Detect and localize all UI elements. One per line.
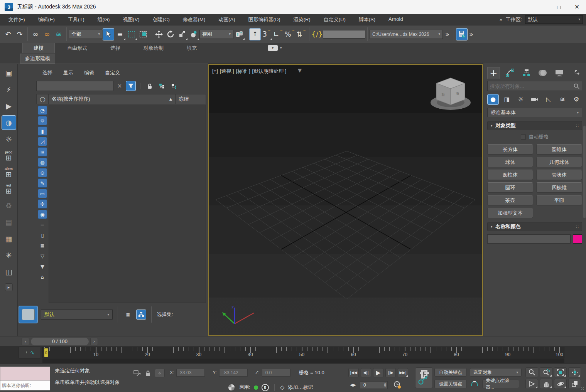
ribbon-tab[interactable]: 填充: [176, 43, 208, 53]
frozen-column-header[interactable]: 冻结: [176, 96, 206, 103]
name-color-rollout-header[interactable]: ▾ 名称和颜色 ∷: [487, 222, 582, 231]
view-cube[interactable]: 前 右: [427, 72, 474, 113]
rectangular-selection-region-button[interactable]: [126, 28, 137, 40]
selection-filter-dropdown[interactable]: 全部 ▾: [69, 30, 103, 39]
x-coordinate-field[interactable]: 33.03: [176, 369, 205, 377]
select-by-name-button[interactable]: ≡: [114, 28, 126, 40]
playback-window-tool[interactable]: ▶: [2, 99, 16, 113]
menu-item[interactable]: 组(G): [98, 16, 110, 23]
category-cameras-button[interactable]: [529, 94, 540, 105]
close-button[interactable]: ✕: [568, 0, 586, 14]
category-geometry-button[interactable]: ●: [487, 94, 499, 105]
light-lister-tool[interactable]: ☼: [2, 132, 16, 146]
tab-utilities[interactable]: [569, 67, 582, 79]
viewport-label-segment[interactable]: [+]: [212, 68, 218, 75]
disabled-tool-1[interactable]: ♻: [2, 198, 16, 213]
time-configuration-button[interactable]: [393, 381, 402, 389]
next-frame-button[interactable]: ›: [90, 338, 98, 345]
timeline-ruler[interactable]: 102030405060708090100 0: [42, 347, 564, 358]
tab-display[interactable]: [553, 67, 566, 79]
explorer-menu-item[interactable]: 选择: [42, 69, 52, 76]
time-slider[interactable]: 0: [44, 348, 48, 357]
explorer-preset-dropdown[interactable]: 默认 ▾: [41, 310, 113, 320]
view-list-button[interactable]: ≡: [38, 220, 47, 229]
disabled-tool-2[interactable]: ▤: [2, 215, 16, 229]
maxscript-mini-listener[interactable]: 脚本迷你侦听:: [0, 367, 50, 390]
listener-macro-pane[interactable]: [0, 367, 50, 381]
key-scope-dropdown[interactable]: 选定对象 ▾: [470, 368, 522, 377]
layer-explorer-tool[interactable]: ▦: [2, 231, 16, 246]
primitive-button[interactable]: 长方体: [487, 144, 533, 155]
workspace-dropdown[interactable]: 默认 ▾: [525, 15, 583, 24]
set-keys-icon[interactable]: [470, 380, 479, 388]
panel-scrollbar[interactable]: [583, 126, 586, 218]
select-link-button[interactable]: ∞: [30, 28, 41, 40]
orbit-button[interactable]: [554, 379, 567, 389]
y-coordinate-field[interactable]: -83.142: [219, 369, 248, 377]
isolate-selection-icon[interactable]: [133, 370, 141, 377]
ribbon-collapse-button[interactable]: ▾ ▾: [268, 45, 282, 51]
layer-explorer-mode-button[interactable]: ≣: [123, 310, 133, 320]
play-button[interactable]: ▶: [373, 368, 383, 377]
category-systems-button[interactable]: ⚙: [571, 94, 582, 105]
window-arrange-tool[interactable]: ◫: [2, 264, 16, 279]
current-frame-field[interactable]: 0 ▲▼: [360, 381, 388, 389]
tab-create[interactable]: +: [487, 67, 500, 79]
expand-hierarchy-button[interactable]: [157, 81, 167, 91]
key-filters-button[interactable]: 关键点过滤器...: [482, 380, 519, 388]
zoom-all-button[interactable]: [540, 367, 552, 377]
explorer-mode-thumbnail[interactable]: [19, 306, 38, 323]
menu-item[interactable]: 文件(F): [8, 16, 25, 23]
previous-frame-button[interactable]: ‹: [22, 338, 29, 345]
maximize-viewport-toggle[interactable]: [568, 379, 581, 389]
tab-hierarchy[interactable]: [520, 67, 533, 79]
primitive-button[interactable]: 管状体: [536, 170, 582, 180]
project-folder-dropdown[interactable]: C:\Users\me…ds Max 2026 ▾: [370, 30, 443, 39]
percent-snap-toggle-button[interactable]: %⌒: [284, 28, 296, 40]
viewport-label-segment[interactable]: [默认明暗处理 ]: [252, 68, 287, 75]
menu-item[interactable]: 图形编辑器(D): [248, 16, 280, 23]
selection-lock-icon[interactable]: [145, 370, 151, 377]
view-blank-button[interactable]: ▯: [38, 230, 47, 240]
display-materials-toggle[interactable]: ✣: [38, 199, 47, 209]
explorer-filter-button[interactable]: [126, 81, 136, 91]
viewport-label-segment[interactable]: [标准 ]: [236, 68, 250, 75]
panel-search-input[interactable]: [490, 83, 574, 89]
add-marker-text[interactable]: 添加…标记: [288, 384, 313, 391]
primitive-category-dropdown[interactable]: 标准基本体 ▾: [487, 108, 582, 117]
primitive-button[interactable]: 几何球体: [536, 157, 582, 167]
create-alem-tool[interactable]: alem ⊞: [2, 165, 16, 180]
explorer-object-list[interactable]: [49, 105, 206, 303]
current-frame-display[interactable]: 0 / 100: [31, 338, 89, 345]
viewport-layout-icon[interactable]: [228, 384, 235, 391]
pan-view-button[interactable]: [540, 379, 552, 389]
snaps-toggle-button[interactable]: 3⌒: [261, 28, 272, 40]
type-column-header[interactable]: ◯: [37, 97, 48, 102]
toolbar-overflow-chevrons[interactable]: »: [445, 31, 449, 38]
select-and-rotate-button[interactable]: [165, 28, 176, 40]
primitive-button[interactable]: 平面: [536, 195, 582, 205]
menu-item[interactable]: 脚本(S): [359, 16, 375, 23]
display-containers-toggle[interactable]: ▭: [38, 189, 47, 198]
ribbon-tab[interactable]: 对象绘制: [133, 43, 174, 53]
go-to-start-button[interactable]: |◀◀: [348, 368, 359, 377]
category-helpers-button[interactable]: ◺: [543, 94, 554, 105]
tab-modify[interactable]: [504, 67, 517, 79]
autosave-indicator-button[interactable]: [456, 28, 468, 40]
z-coordinate-field[interactable]: 0.0: [262, 369, 290, 377]
display-spacewarps-toggle[interactable]: ≋: [38, 147, 47, 156]
bind-to-spacewarp-button[interactable]: ≋: [53, 28, 64, 40]
explorer-menu-item[interactable]: 显示: [63, 69, 73, 76]
primitive-button[interactable]: 茶壶: [487, 195, 533, 205]
field-of-view-button[interactable]: [525, 379, 538, 389]
menu-item[interactable]: 动画(A): [218, 16, 235, 23]
explorer-menu-item[interactable]: 编辑: [84, 69, 94, 76]
select-and-place-button[interactable]: [188, 28, 199, 40]
category-spacewarps-button[interactable]: ≋: [557, 94, 568, 105]
view-detail-button[interactable]: ≣: [38, 241, 47, 250]
primitive-button[interactable]: 圆锥体: [536, 144, 582, 155]
menu-item[interactable]: 工具(T): [68, 16, 84, 23]
object-type-rollout-header[interactable]: ▾ 对象类型 ∷: [487, 121, 582, 130]
menu-item[interactable]: 修改器(M): [183, 16, 206, 23]
zoom-extents-button[interactable]: [554, 367, 567, 377]
